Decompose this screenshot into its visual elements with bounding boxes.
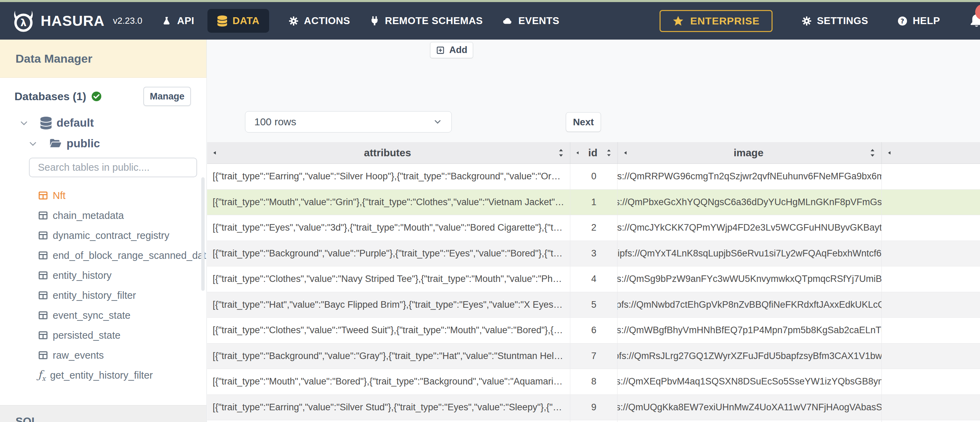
- nav-item-remote-schemas[interactable]: REMOTE SCHEMAS: [369, 15, 483, 27]
- nav-item-settings[interactable]: SETTINGS: [802, 15, 869, 27]
- cell-id[interactable]: 3: [570, 241, 618, 267]
- add-row-button[interactable]: Add: [430, 42, 473, 58]
- cell-attributes[interactable]: [{"trait_type":"Background","value":"Gra…: [207, 344, 570, 369]
- cell-image[interactable]: ipfs://QmSg9bPzW9anFYc3wWU5KnvymwkxQTpmq…: [617, 267, 881, 292]
- sidebar-sql-section[interactable]: SQL: [0, 405, 207, 422]
- sidebar-table-item[interactable]: entity_history: [0, 265, 207, 286]
- cell-clipped: [882, 267, 980, 292]
- tree-node-label: default: [57, 116, 94, 129]
- search-tables-input[interactable]: [30, 162, 196, 173]
- cell-attributes[interactable]: [{"trait_type":"Eyes","value":"3d"},{"tr…: [207, 215, 570, 241]
- cell-id[interactable]: 9: [570, 395, 618, 420]
- cell-image[interactable]: ipfs://QmcJYkCKK7QPmYWjp4FD2e3Lv5WCGFuHN…: [617, 215, 881, 241]
- cell-id[interactable]: 8: [570, 369, 618, 395]
- table-item-label: end_of_block_range_scanned_data: [53, 250, 207, 261]
- rows-per-page-select[interactable]: 100 rows: [245, 111, 452, 133]
- caret-left-icon[interactable]: [212, 149, 218, 156]
- sidebar-table-item[interactable]: dynamic_contract_registry: [0, 225, 207, 246]
- table-item-label: persisted_state: [53, 330, 121, 341]
- cell-image[interactable]: ipfs://QmRRPWG96cmgTn2qSzjwr2qvfNEuhunv6…: [617, 164, 881, 189]
- cell-image[interactable]: ipfs://QmYxT4LnK8sqLupjbS6eRvu1si7Ly2wFQ…: [617, 241, 881, 267]
- add-button-label: Add: [449, 45, 467, 56]
- sidebar-table-item[interactable]: Nft: [0, 186, 207, 206]
- question-circle-icon: ?: [897, 16, 908, 26]
- databases-label: Databases (1): [14, 90, 86, 103]
- cell-id[interactable]: 6: [570, 318, 618, 343]
- cell-attributes[interactable]: [{"trait_type":"Mouth","value":"Bored"},…: [207, 369, 570, 395]
- cell-id[interactable]: 7: [570, 344, 618, 369]
- column-header-clipped[interactable]: [882, 142, 980, 163]
- chevron-down-icon[interactable]: [28, 139, 38, 148]
- sidebar-table-item[interactable]: entity_history_filter: [0, 286, 207, 305]
- brand[interactable]: λ HASURA v2.23.0: [13, 10, 142, 32]
- cell-clipped: [882, 292, 980, 318]
- sidebar-table-item[interactable]: chain_metadata: [0, 206, 207, 225]
- next-button-label: Next: [573, 117, 594, 128]
- nav-label: REMOTE SCHEMAS: [385, 15, 483, 27]
- notifications-button[interactable]: 8: [968, 11, 980, 31]
- table-row[interactable]: [{"trait_type":"Background","value":"Pur…: [207, 241, 980, 267]
- caret-left-icon[interactable]: [575, 150, 581, 156]
- table-row[interactable]: [{"trait_type":"Earring","value":"Silver…: [207, 395, 980, 420]
- cell-image[interactable]: ipfs://QmUQgKka8EW7exiUHnMwZ4UoXA11wV7NF…: [617, 395, 881, 420]
- next-page-button[interactable]: Next: [566, 112, 601, 132]
- nav-item-api[interactable]: API: [162, 15, 194, 27]
- table-row[interactable]: [{"trait_type":"Earring","value":"Silver…: [207, 164, 980, 190]
- sort-icon[interactable]: [557, 148, 565, 158]
- cell-attributes[interactable]: [{"trait_type":"Hat","value":"Bayc Flipp…: [207, 292, 570, 318]
- cell-id[interactable]: 2: [570, 215, 618, 241]
- table-row[interactable]: [{"trait_type":"Hat","value":"Bayc Flipp…: [207, 292, 980, 318]
- caret-left-icon[interactable]: [887, 149, 893, 156]
- cell-image[interactable]: ipfs://QmXEqPbvM4aq1SQSXN8DSuEcSo5SseYW1…: [617, 369, 881, 395]
- table-row[interactable]: [{"trait_type":"Mouth","value":"Grin"},{…: [207, 190, 980, 216]
- database-icon: [217, 16, 228, 27]
- cell-image[interactable]: ipfs://QmRsJLrg27GQ1ZWyrXZFuJFdU5bapfzsy…: [617, 344, 881, 369]
- tree-node-database-default[interactable]: default: [19, 116, 207, 129]
- cell-attributes[interactable]: [{"trait_type":"Earring","value":"Silver…: [207, 395, 570, 420]
- nav-item-actions[interactable]: ACTIONS: [288, 15, 350, 27]
- table-row[interactable]: [{"trait_type":"Background","value":"Gra…: [207, 344, 980, 369]
- table-item-label: entity_history_filter: [53, 290, 136, 301]
- column-header-id[interactable]: id: [570, 142, 617, 163]
- cell-attributes[interactable]: [{"trait_type":"Clothes","value":"Navy S…: [207, 267, 570, 292]
- column-header-attributes[interactable]: attributes: [207, 142, 570, 163]
- manage-button[interactable]: Manage: [143, 87, 191, 106]
- cell-image[interactable]: ipfs://QmNwbd7ctEhGpVkP8nZvBBQfiNeFKRdxf…: [617, 292, 881, 318]
- enterprise-button[interactable]: ENTERPRISE: [660, 10, 773, 32]
- table-row[interactable]: [{"trait_type":"Mouth","value":"Bored"},…: [207, 369, 980, 395]
- caret-left-icon[interactable]: [623, 149, 629, 156]
- table-row[interactable]: [{"trait_type":"Clothes","value":"Navy S…: [207, 267, 980, 292]
- nav-label: DATA: [232, 15, 259, 27]
- cell-attributes[interactable]: [{"trait_type":"Clothes","value":"Tweed …: [207, 318, 570, 343]
- table-item-label: chain_metadata: [53, 210, 124, 221]
- cell-image[interactable]: ipfs://QmWBgfBhyVmHNhBfEQ7p1P4Mpn7pm5b8K…: [617, 318, 881, 343]
- cell-attributes[interactable]: [{"trait_type":"Mouth","value":"Grin"},{…: [207, 190, 570, 215]
- cell-id[interactable]: 1: [570, 190, 618, 215]
- sidebar-scrollbar[interactable]: [201, 177, 205, 291]
- cell-attributes[interactable]: [{"trait_type":"Earring","value":"Silver…: [207, 164, 570, 189]
- nav-item-data[interactable]: DATA: [207, 9, 269, 33]
- sort-icon[interactable]: [605, 148, 612, 158]
- databases-row: Databases (1) Manage: [14, 87, 191, 106]
- table-row[interactable]: [{"trait_type":"Clothes","value":"Tweed …: [207, 318, 980, 344]
- cell-image[interactable]: ipfs://QmPbxeGcXhYQQNgsC6a36dDyYUcHgMLnG…: [617, 190, 881, 215]
- sidebar-table-item[interactable]: persisted_state: [0, 325, 207, 345]
- sidebar-item-function[interactable]: ƒx get_entity_history_filter: [0, 365, 207, 385]
- nav-item-help[interactable]: ? HELP: [897, 15, 940, 27]
- chevron-down-icon[interactable]: [19, 118, 29, 128]
- sort-icon[interactable]: [869, 148, 877, 158]
- sidebar-table-item[interactable]: end_of_block_range_scanned_data: [0, 246, 207, 265]
- tree-node-schema-public[interactable]: public: [28, 137, 207, 150]
- cell-attributes[interactable]: [{"trait_type":"Background","value":"Pur…: [207, 241, 570, 267]
- table-icon: [38, 210, 48, 221]
- cell-id[interactable]: 5: [570, 292, 618, 318]
- column-header-image[interactable]: image: [618, 142, 882, 163]
- table-row[interactable]: [{"trait_type":"Eyes","value":"3d"},{"tr…: [207, 215, 980, 241]
- sidebar-title-label: Data Manager: [16, 52, 92, 65]
- nav-item-events[interactable]: EVENTS: [502, 15, 559, 27]
- column-title: image: [629, 147, 869, 159]
- sidebar-table-item[interactable]: event_sync_state: [0, 305, 207, 325]
- cell-id[interactable]: 0: [570, 164, 618, 189]
- sidebar-table-item[interactable]: raw_events: [0, 345, 207, 365]
- cell-id[interactable]: 4: [570, 267, 618, 292]
